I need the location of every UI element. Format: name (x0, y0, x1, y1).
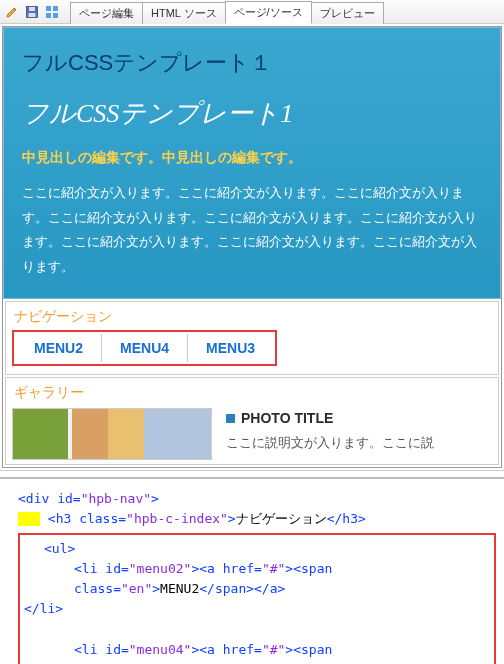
src-line-div-open: <div id="hpb-nav"> (18, 489, 496, 509)
source-highlight-box: <ul> <li id="menu02"><a href="#"><span c… (18, 533, 496, 664)
svg-rect-1 (29, 7, 35, 11)
editor-toolbar: ページ編集 HTML ソース ページ/ソース プレビュー (0, 0, 504, 24)
nav-title: ナビゲーション (14, 308, 492, 326)
nav-section: ナビゲーション MENU2 MENU4 MENU3 (5, 301, 499, 375)
nav-item-menu4[interactable]: MENU4 (102, 334, 188, 362)
nav-menu-highlight: MENU2 MENU4 MENU3 (12, 330, 277, 366)
brand-line-1: フルCSSテンプレート１ (22, 48, 482, 78)
svg-rect-4 (53, 6, 58, 11)
disk-icon[interactable] (24, 4, 40, 20)
nav-item-menu3[interactable]: MENU3 (188, 334, 273, 362)
preview-pane: フルCSSテンプレート１ フルCSSテンプレート1 中見出しの編集です。中見出し… (2, 26, 502, 468)
svg-rect-3 (46, 6, 51, 11)
src-line-li-2: <li id="menu04"><a href="#"><span class=… (24, 640, 490, 664)
tab-page-edit[interactable]: ページ編集 (70, 2, 143, 24)
gallery-text: PHOTO TITLE ここに説明文が入ります。ここに説 (226, 408, 492, 452)
banner-paragraph: ここに紹介文が入ります。ここに紹介文が入ります。ここに紹介文が入ります。ここに紹… (22, 181, 482, 280)
tab-page-source[interactable]: ページ/ソース (225, 1, 312, 24)
svg-rect-6 (53, 13, 58, 18)
tab-html-source[interactable]: HTML ソース (142, 2, 226, 24)
editor-tabs: ページ編集 HTML ソース ページ/ソース プレビュー (70, 0, 383, 24)
src-line-li-1-close: </li> (24, 599, 490, 619)
gallery-section: ギャラリー PHOTO TITLE ここに説明文が入ります。ここに説 (5, 377, 499, 465)
gallery-title: ギャラリー (14, 384, 492, 402)
pencil-icon[interactable] (4, 4, 20, 20)
photo-description: ここに説明文が入ります。ここに説 (226, 434, 492, 452)
src-line-h3: <h3 class="hpb-c-index">ナビゲーション</h3> (18, 509, 496, 529)
nav-item-menu2[interactable]: MENU2 (16, 334, 102, 362)
photo-title: PHOTO TITLE (226, 410, 492, 426)
source-pane[interactable]: <div id="hpb-nav"> <h3 class="hpb-c-inde… (0, 478, 504, 664)
banner-subheading: 中見出しの編集です。中見出しの編集です。 (22, 149, 482, 167)
banner-hero: フルCSSテンプレート１ フルCSSテンプレート1 中見出しの編集です。中見出し… (3, 27, 501, 299)
gallery-row: PHOTO TITLE ここに説明文が入ります。ここに説 (12, 408, 492, 460)
grid-icon[interactable] (44, 4, 60, 20)
src-line-ul-open: <ul> (24, 539, 490, 559)
split-divider[interactable] (0, 470, 504, 478)
highlight-marker (18, 512, 40, 526)
src-line-li-1: <li id="menu02"><a href="#"><span class=… (24, 559, 490, 599)
brand-line-2: フルCSSテンプレート1 (22, 96, 482, 131)
svg-rect-2 (29, 13, 36, 17)
tab-preview[interactable]: プレビュー (311, 2, 384, 24)
svg-rect-5 (46, 13, 51, 18)
gallery-thumbnail[interactable] (12, 408, 212, 460)
